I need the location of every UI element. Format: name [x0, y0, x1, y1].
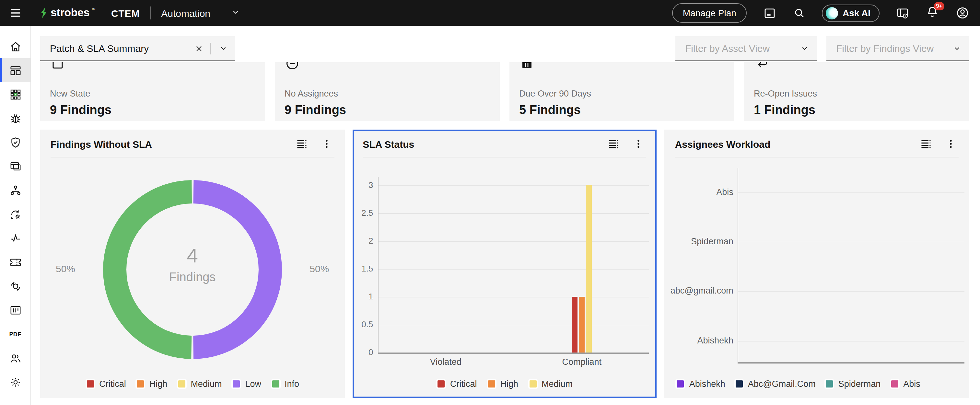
y-tick: 1.5 [353, 264, 373, 273]
legend-item[interactable]: Medium [177, 379, 222, 389]
stat-label: New State [50, 89, 265, 98]
legend-chip [271, 379, 281, 389]
legend-chip [676, 379, 686, 389]
card-sla-status: SLA Status [352, 130, 657, 398]
legend-item[interactable]: High [487, 379, 519, 389]
clear-icon[interactable] [188, 44, 210, 53]
legend-chip [136, 379, 145, 389]
stat-card-no-assignees[interactable]: No Assignees 9 Findings [275, 62, 500, 121]
stat-card-due-over-90-days[interactable]: Due Over 90 Days 5 Findings [509, 62, 734, 121]
legend-item[interactable]: Critical [436, 379, 477, 389]
whats-new-player-icon[interactable] [896, 6, 909, 20]
stat-value: 9 Findings [50, 103, 265, 117]
kebab-menu-icon[interactable] [631, 136, 646, 152]
strobes-logo[interactable]: strobes ™ [39, 6, 95, 19]
bolt-icon [39, 6, 49, 19]
sidebar-item-hierarchy[interactable] [0, 178, 30, 202]
donut-chart[interactable]: 4 Findings 50% 50% Critical High Medium … [41, 157, 343, 395]
legend-item[interactable]: Abishekh [676, 379, 725, 389]
product-label: CTEM [111, 8, 140, 19]
module-selector-label[interactable]: Automation [161, 8, 210, 19]
gridline [377, 297, 649, 297]
chevron-down-icon [792, 44, 817, 52]
gridline [738, 291, 965, 292]
legend-item[interactable]: Spiderman [825, 379, 881, 389]
bug-icon [9, 112, 22, 125]
row-label: Abis [666, 187, 733, 197]
legend-item[interactable]: Low [231, 379, 261, 389]
sidebar-item-findings-bug[interactable] [0, 106, 30, 130]
bar-high-compliant[interactable] [579, 297, 585, 353]
asset-filter-placeholder: Filter by Asset View [675, 43, 792, 54]
legend-chip [734, 379, 744, 389]
stat-card-new-state[interactable]: New State 9 Findings [40, 62, 265, 121]
card-findings-without-sla: Findings Without SLA 4 Findings [40, 130, 345, 398]
findings-view-filter[interactable]: Filter by Findings View [826, 36, 969, 61]
left-sidebar: PDF [0, 26, 31, 405]
x-category-label: Violated [430, 357, 461, 367]
card-header: Assignees Workload [675, 131, 959, 157]
sidebar-item-apps-grid[interactable] [0, 82, 30, 106]
asset-view-filter[interactable]: Filter by Asset View [675, 36, 817, 61]
chevron-down-icon[interactable] [211, 44, 235, 52]
chevron-down-icon [944, 44, 969, 52]
y-axis-line [377, 177, 378, 353]
dashboard-select[interactable]: Patch & SLA Summary [40, 36, 235, 61]
view-data-table-icon[interactable] [917, 135, 934, 152]
legend-item[interactable]: Abis [889, 379, 920, 389]
kebab-menu-icon[interactable] [943, 136, 959, 152]
sidebar-item-ticket[interactable] [0, 250, 30, 274]
data-table-icon [9, 160, 22, 173]
stat-card-reopen-issues[interactable]: Re-Open Issues 1 Findings [744, 62, 969, 121]
sidebar-item-settings[interactable] [0, 370, 30, 394]
ask-ai-button[interactable]: Ask AI [822, 4, 880, 22]
sidebar-item-data-table[interactable] [0, 154, 30, 178]
row-label: abc@gmail.com [666, 286, 733, 295]
legend-item[interactable]: High [136, 379, 167, 389]
user-avatar-icon[interactable] [955, 6, 970, 20]
navbar-actions: Manage Plan Ask AI 9+ [673, 3, 970, 23]
ask-ai-label: Ask AI [843, 8, 870, 18]
sidebar-item-home[interactable] [0, 34, 30, 58]
sidebar-item-dashboards[interactable] [0, 58, 30, 82]
row-label: Abishekh [666, 336, 733, 345]
legend-item[interactable]: Info [271, 379, 299, 389]
brand-name: strobes [51, 6, 89, 19]
x-category-label: Compliant [562, 357, 602, 367]
sidebar-item-sync-settings[interactable] [0, 202, 30, 226]
manage-plan-button[interactable]: Manage Plan [673, 3, 747, 23]
legend-item[interactable]: Medium [528, 379, 573, 389]
workload-bar-chart[interactable]: Abis Spiderman abc@gmail.com Abishekh Ab… [666, 157, 968, 395]
legend: Critical High Medium Low Info [41, 379, 343, 389]
billing-card-icon[interactable] [763, 6, 776, 20]
legend-item[interactable]: Abc@Gmail.Com [734, 379, 816, 389]
sidebar-item-kanban-board[interactable] [0, 298, 30, 322]
sidebar-item-pdf-export[interactable]: PDF [0, 322, 30, 346]
view-data-table-icon[interactable] [605, 135, 622, 152]
sidebar-item-activity[interactable] [0, 226, 30, 250]
card-assignees-workload: Assignees Workload [665, 130, 969, 398]
notifications-button[interactable]: 9+ [926, 5, 939, 21]
ticket-icon [9, 256, 22, 268]
sidebar-item-shield-scan[interactable] [0, 274, 30, 298]
row-label: Spiderman [666, 237, 733, 246]
bar-medium-compliant[interactable] [586, 185, 592, 353]
sidebar-item-users[interactable] [0, 346, 30, 370]
dashboard-layout-icon [9, 64, 22, 77]
gridline [377, 213, 649, 213]
search-icon[interactable] [793, 6, 806, 19]
return-arrow-icon [754, 62, 969, 78]
sidebar-item-shield-check[interactable] [0, 130, 30, 154]
chevron-down-icon[interactable] [231, 7, 240, 19]
view-data-table-icon[interactable] [293, 135, 310, 152]
card-title: Assignees Workload [675, 138, 917, 149]
sla-bar-chart[interactable]: 3 2.5 2 1.5 1 0.5 0 Violated Compliant C… [353, 157, 655, 395]
kebab-menu-icon[interactable] [318, 136, 334, 152]
legend-item[interactable]: Critical [86, 379, 126, 389]
bar-critical-compliant[interactable] [572, 297, 578, 353]
gridline [377, 325, 649, 325]
donut-center-label: Findings [41, 270, 343, 284]
gridline [738, 192, 965, 193]
menu-icon[interactable] [9, 6, 22, 19]
legend-chip [177, 379, 187, 389]
